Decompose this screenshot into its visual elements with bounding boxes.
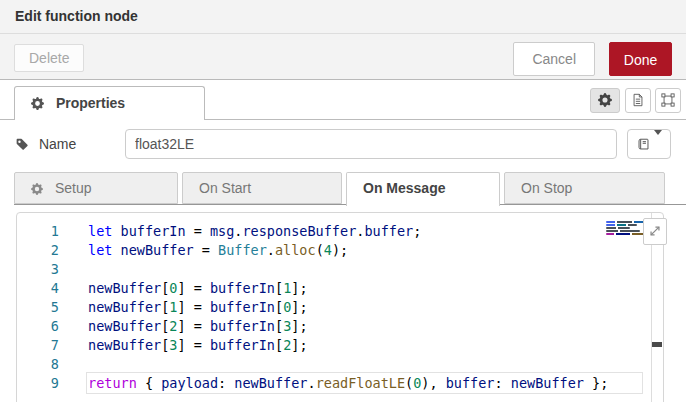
tab-properties-label: Properties xyxy=(56,95,125,111)
code-editor[interactable]: 1let bufferIn = msg.responseBuffer.buffe… xyxy=(16,212,664,402)
node-properties-button[interactable] xyxy=(590,88,620,113)
code-line[interactable]: 3 xyxy=(17,260,649,279)
tab-setup[interactable]: Setup xyxy=(14,172,178,204)
tab-on-message[interactable]: On Message xyxy=(346,172,500,206)
dialog-title: Edit function node xyxy=(15,0,138,33)
expand-icon xyxy=(648,224,662,238)
code-editor-lines[interactable]: 1let bufferIn = msg.responseBuffer.buffe… xyxy=(17,222,649,393)
dialog-toolbar: Delete Cancel Done xyxy=(0,34,686,80)
code-line[interactable]: 9return { payload: newBuffer.readFloatLE… xyxy=(17,374,649,393)
chevron-down-icon xyxy=(654,130,662,135)
tag-icon xyxy=(15,138,28,151)
library-button[interactable] xyxy=(627,129,671,159)
delete-button[interactable]: Delete xyxy=(14,44,84,72)
selection-frame-icon xyxy=(661,93,675,107)
minimap[interactable] xyxy=(606,220,647,246)
code-line[interactable]: 6newBuffer[2] = bufferIn[3]; xyxy=(17,317,649,336)
name-field-label: Name xyxy=(15,136,76,152)
book-icon xyxy=(637,138,650,151)
gear-icon xyxy=(31,97,48,113)
code-line[interactable]: 2let newBuffer = Buffer.alloc(4); xyxy=(17,241,649,260)
done-button[interactable]: Done xyxy=(609,42,672,76)
document-icon xyxy=(631,93,645,107)
gear-icon xyxy=(598,93,612,107)
tab-on-stop[interactable]: On Stop xyxy=(504,172,665,204)
dialog-header: Edit function node xyxy=(0,0,686,34)
tab-on-start[interactable]: On Start xyxy=(182,172,342,204)
cancel-button[interactable]: Cancel xyxy=(513,42,595,76)
tab-properties[interactable]: Properties xyxy=(14,86,205,120)
node-appearance-button[interactable] xyxy=(655,88,681,113)
expand-editor-button[interactable] xyxy=(643,218,667,245)
edit-function-node-dialog: Edit function node Delete Cancel Done Pr… xyxy=(0,0,686,402)
code-line[interactable]: 5newBuffer[1] = bufferIn[0]; xyxy=(17,298,649,317)
code-line[interactable]: 1let bufferIn = msg.responseBuffer.buffe… xyxy=(17,222,649,241)
code-line[interactable]: 4newBuffer[0] = bufferIn[1]; xyxy=(17,279,649,298)
gear-icon xyxy=(31,182,47,198)
scrollbar-thumb[interactable] xyxy=(652,342,662,347)
node-description-button[interactable] xyxy=(625,88,651,113)
name-input[interactable] xyxy=(125,129,617,159)
code-line[interactable]: 7newBuffer[3] = bufferIn[2]; xyxy=(17,336,649,355)
